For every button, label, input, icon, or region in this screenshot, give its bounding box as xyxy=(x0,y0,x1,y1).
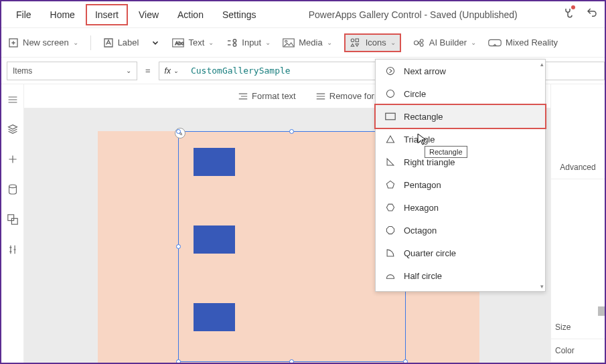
dd-label: Octagon xyxy=(404,225,437,236)
menu-file[interactable]: File xyxy=(8,5,40,24)
hexagon-icon xyxy=(385,202,396,213)
remove-format-icon xyxy=(316,92,325,100)
property-select[interactable]: Items ⌄ xyxy=(7,62,137,80)
mixed-reality-label: Mixed Reality xyxy=(506,37,558,48)
dd-label: Rectangle xyxy=(404,112,443,122)
label-button[interactable]: Label xyxy=(103,37,139,48)
fx-label: fx xyxy=(165,66,171,76)
icons-button[interactable]: Icons⌄ xyxy=(344,33,401,52)
color-section[interactable]: Color xyxy=(551,339,605,363)
tooltip: Rectangle xyxy=(425,146,467,158)
format-text-label: Format text xyxy=(252,91,296,101)
property-label: Items xyxy=(13,66,32,76)
svg-text:Abc: Abc xyxy=(175,40,184,46)
menu-view[interactable]: View xyxy=(131,5,167,24)
circle-icon xyxy=(385,88,396,99)
mixed-reality-button[interactable]: Mixed Reality xyxy=(488,37,558,48)
menu-settings[interactable]: Settings xyxy=(214,5,264,24)
dd-label: Half circle xyxy=(404,271,442,281)
menu-action[interactable]: Action xyxy=(169,5,212,24)
octagon-icon xyxy=(385,225,396,236)
svg-point-11 xyxy=(420,43,423,46)
media-tool-icon[interactable] xyxy=(7,214,18,227)
svg-rect-14 xyxy=(7,215,13,221)
right-triangle-icon xyxy=(385,157,396,167)
svg-point-16 xyxy=(386,67,394,74)
dd-label: Right triangle xyxy=(404,157,455,167)
new-screen-button[interactable]: New screen⌄ xyxy=(8,37,78,48)
gallery-item-rect[interactable] xyxy=(194,225,235,254)
label-dropdown[interactable] xyxy=(151,38,160,48)
svg-rect-12 xyxy=(489,39,501,46)
svg-point-10 xyxy=(420,39,423,42)
dd-label: Pentagon xyxy=(404,180,441,190)
media-icon xyxy=(283,38,295,48)
dd-rectangle[interactable]: Rectangle xyxy=(374,104,546,129)
icons-icon xyxy=(350,37,362,48)
label-icon xyxy=(103,37,114,48)
rectangle-icon xyxy=(385,111,396,122)
menu-home[interactable]: Home xyxy=(42,5,83,24)
gallery-selection[interactable]: ✎ xyxy=(178,131,406,362)
size-section[interactable]: Size xyxy=(551,316,605,339)
properties-panel: Advanced Size Color xyxy=(550,84,605,363)
svg-point-13 xyxy=(9,185,16,188)
text-button[interactable]: Abc Text⌄ xyxy=(172,37,214,48)
pentagon-icon xyxy=(385,179,396,190)
health-icon[interactable] xyxy=(562,7,574,22)
text-label: Text xyxy=(188,37,204,48)
layers-icon[interactable] xyxy=(7,124,18,136)
dd-circle[interactable]: Circle xyxy=(376,82,545,105)
add-icon[interactable] xyxy=(7,154,18,167)
undo-icon[interactable] xyxy=(586,7,598,22)
app-title: PowerApps Gallery Control - Saved (Unpub… xyxy=(267,9,559,20)
ai-builder-label: AI Builder xyxy=(429,37,467,48)
panel-scrollbar[interactable] xyxy=(598,306,605,316)
format-text-button[interactable]: Format text xyxy=(238,91,296,101)
dd-octagon[interactable]: Octagon xyxy=(376,219,545,242)
svg-point-9 xyxy=(414,41,418,45)
advanced-tab[interactable]: Advanced xyxy=(551,156,605,179)
cursor-icon xyxy=(417,133,427,147)
dropdown-scroll-down[interactable]: ▾ xyxy=(540,283,544,290)
tree-icon[interactable] xyxy=(7,95,18,106)
svg-point-7 xyxy=(351,39,354,42)
svg-point-6 xyxy=(285,40,287,42)
dd-quarter-circle[interactable]: Quarter circle xyxy=(376,242,545,264)
equals: = xyxy=(137,66,159,76)
menu-insert[interactable]: Insert xyxy=(86,4,128,25)
media-label: Media xyxy=(299,37,322,48)
dd-pentagon[interactable]: Pentagon xyxy=(376,173,545,196)
svg-rect-15 xyxy=(11,218,17,224)
svg-point-17 xyxy=(386,90,394,97)
half-circle-icon xyxy=(385,270,396,281)
dd-next-arrow[interactable]: Next arrow xyxy=(376,60,545,82)
quarter-circle-icon xyxy=(385,248,396,258)
dd-half-circle[interactable]: Half circle xyxy=(376,264,545,287)
triangle-icon xyxy=(385,134,396,145)
new-screen-label: New screen xyxy=(23,37,69,48)
left-toolbar xyxy=(1,84,24,363)
svg-rect-18 xyxy=(386,113,395,120)
media-button[interactable]: Media⌄ xyxy=(283,37,331,48)
fx-button[interactable]: fx⌄ xyxy=(159,62,184,80)
dd-label: Quarter circle xyxy=(404,248,456,258)
ai-builder-button[interactable]: AI Builder⌄ xyxy=(413,37,476,48)
mixed-reality-icon xyxy=(488,38,502,48)
next-arrow-icon xyxy=(385,66,396,76)
data-icon[interactable] xyxy=(8,184,17,197)
new-screen-icon xyxy=(8,37,19,48)
input-icon xyxy=(226,37,238,48)
gallery-item-rect[interactable] xyxy=(194,303,235,331)
svg-rect-8 xyxy=(356,39,359,42)
ai-builder-icon xyxy=(413,37,425,48)
label-label: Label xyxy=(118,37,139,48)
input-label: Input xyxy=(242,37,261,48)
input-button[interactable]: Input⌄ xyxy=(226,37,271,48)
dd-label: Hexagon xyxy=(404,203,439,213)
gallery-item-rect[interactable] xyxy=(194,148,235,176)
tools-icon[interactable] xyxy=(8,244,17,257)
dropdown-scroll-up[interactable]: ▴ xyxy=(540,61,544,68)
icons-dropdown: ▴ Next arrow Circle Rectangle Triangle R… xyxy=(375,59,546,292)
dd-hexagon[interactable]: Hexagon xyxy=(376,196,545,219)
